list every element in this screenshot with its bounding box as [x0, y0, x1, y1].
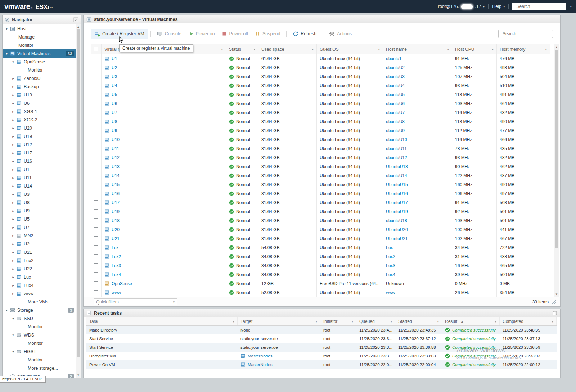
- vm-name-link[interactable]: U21: [112, 236, 120, 241]
- nav-item-u12[interactable]: ▸U12: [3, 140, 76, 149]
- vm-name-link[interactable]: U1: [112, 56, 117, 61]
- nav-item-opnsense[interactable]: ▾OpnSense: [3, 58, 76, 66]
- expand-arrow-icon[interactable]: ▸: [11, 234, 15, 238]
- scroll-up-icon[interactable]: ▲: [554, 44, 559, 50]
- row-checkbox[interactable]: [94, 218, 98, 223]
- row-checkbox[interactable]: [94, 75, 98, 79]
- row-checkbox[interactable]: [94, 200, 98, 205]
- host-name-link[interactable]: ubuntu1: [386, 56, 401, 61]
- task-column-header-completed[interactable]: Completed▾: [500, 317, 557, 325]
- nav-item-u21[interactable]: ▸U21: [3, 248, 76, 256]
- nav-item-u8[interactable]: ▸U8: [3, 198, 76, 207]
- filter-chevron-icon[interactable]: ▾: [378, 48, 380, 51]
- nav-item-monitor[interactable]: Monitor: [3, 66, 76, 74]
- expand-arrow-icon[interactable]: ▸: [11, 118, 15, 122]
- nav-item-storage[interactable]: ▾Storage3: [3, 306, 76, 314]
- vm-search-input[interactable]: [503, 31, 558, 36]
- task-column-header-started[interactable]: Started▾: [395, 317, 442, 325]
- filter-chevron-icon[interactable]: ▾: [351, 320, 353, 323]
- expand-arrow-icon[interactable]: ▸: [11, 184, 15, 188]
- expand-arrow-icon[interactable]: ▸: [11, 176, 15, 180]
- nav-item-hgst[interactable]: ▾HGST: [3, 347, 76, 356]
- filter-chevron-icon[interactable]: ▾: [545, 48, 547, 51]
- vm-search-box[interactable]: [498, 30, 553, 38]
- scrollbar-thumb[interactable]: [555, 50, 558, 248]
- actions-button[interactable]: Actions: [325, 29, 355, 39]
- maximize-panel-icon[interactable]: [552, 311, 557, 316]
- collapse-arrow-icon[interactable]: ▾: [11, 317, 15, 320]
- expand-arrow-icon[interactable]: ▸: [11, 275, 15, 279]
- row-checkbox[interactable]: [94, 281, 98, 286]
- filter-chevron-icon[interactable]: ▾: [221, 48, 223, 51]
- filter-chevron-icon[interactable]: ▾: [447, 48, 449, 51]
- vm-name-link[interactable]: Lux2: [112, 254, 121, 259]
- expand-arrow-icon[interactable]: ▸: [11, 267, 15, 271]
- collapse-arrow-icon[interactable]: ▾: [5, 308, 9, 312]
- panel-pin-icon[interactable]: [73, 17, 78, 22]
- expand-arrow-icon[interactable]: ▸: [11, 217, 15, 221]
- host-name-link[interactable]: ubuntuU18: [386, 218, 407, 223]
- nav-item-lux[interactable]: ▸Lux: [3, 273, 76, 281]
- vm-name-link[interactable]: U15: [112, 182, 120, 187]
- task-target-link[interactable]: MasterNodes: [248, 362, 272, 367]
- filter-chevron-icon[interactable]: ▾: [492, 48, 494, 51]
- filter-chevron-icon[interactable]: ▾: [390, 320, 392, 323]
- sidebar-scrollbar[interactable]: ▲ ▼: [76, 24, 81, 378]
- row-checkbox[interactable]: [94, 245, 98, 250]
- nav-item-u13[interactable]: ▸U13: [3, 91, 76, 99]
- expand-arrow-icon[interactable]: ▸: [11, 193, 15, 196]
- row-checkbox[interactable]: [94, 183, 98, 187]
- collapse-arrow-icon[interactable]: ▾: [11, 60, 15, 64]
- vm-name-link[interactable]: U12: [112, 155, 120, 160]
- select-all-checkbox[interactable]: [94, 47, 98, 51]
- expand-arrow-icon[interactable]: ▸: [11, 77, 15, 80]
- row-checkbox[interactable]: [94, 111, 98, 115]
- vm-name-link[interactable]: U5: [112, 92, 117, 97]
- user-menu[interactable]: root@176..17 ▾: [438, 4, 485, 9]
- host-name-link[interactable]: ubuntuU7: [386, 110, 405, 115]
- host-name-link[interactable]: ubuntuU12: [386, 155, 407, 160]
- task-column-header-initiator[interactable]: Initiator▾: [320, 317, 356, 325]
- filter-chevron-icon[interactable]: ▾: [437, 320, 439, 323]
- expand-arrow-icon[interactable]: ▸: [11, 143, 15, 147]
- nav-item-zabbixu[interactable]: ▸ZabbixU: [3, 74, 76, 82]
- nav-item-more-storage[interactable]: More storage...: [3, 364, 76, 372]
- vm-name-link[interactable]: U11: [112, 146, 119, 151]
- global-search-box[interactable]: [512, 3, 566, 10]
- host-name-link[interactable]: ubuntuU11: [386, 146, 407, 151]
- global-search-input[interactable]: [516, 4, 572, 9]
- nav-item-virtual-machines[interactable]: ▾Virtual Machines33: [3, 49, 76, 58]
- filter-chevron-icon[interactable]: ▾: [233, 320, 234, 323]
- expand-arrow-icon[interactable]: ▸: [11, 292, 15, 296]
- filter-chevron-icon[interactable]: ▾: [312, 48, 314, 51]
- row-checkbox[interactable]: [94, 156, 98, 160]
- refresh-button[interactable]: Refresh: [289, 29, 320, 39]
- nav-item-monitor[interactable]: Monitor: [3, 356, 76, 364]
- row-checkbox[interactable]: [94, 129, 98, 133]
- task-column-header-queued[interactable]: Queued▾: [356, 317, 395, 325]
- nav-item-monitor[interactable]: Monitor: [3, 41, 76, 49]
- host-name-link[interactable]: Lux3: [386, 263, 395, 268]
- task-column-header-task[interactable]: Task▾: [86, 317, 238, 325]
- nav-item-u17[interactable]: ▸U17: [3, 149, 76, 157]
- filter-chevron-icon[interactable]: ▾: [495, 320, 496, 323]
- row-checkbox[interactable]: [94, 138, 98, 142]
- expand-arrow-icon[interactable]: ▸: [11, 209, 15, 213]
- nav-item-more-vms[interactable]: More VMs...: [3, 298, 76, 306]
- vm-name-link[interactable]: U10: [112, 137, 120, 142]
- nav-item-u19[interactable]: ▸U19: [3, 132, 76, 140]
- host-name-link[interactable]: Lux: [386, 245, 393, 250]
- vm-name-link[interactable]: OpnSense: [112, 281, 132, 286]
- collapse-arrow-icon[interactable]: ▾: [5, 52, 9, 55]
- column-header-host-name[interactable]: Host name▾: [383, 44, 452, 54]
- row-checkbox[interactable]: [94, 120, 98, 124]
- expand-arrow-icon[interactable]: ▸: [11, 259, 15, 262]
- vm-name-link[interactable]: www: [112, 290, 121, 295]
- expand-arrow-icon[interactable]: ▸: [11, 93, 15, 97]
- help-menu[interactable]: Help ▾: [492, 4, 505, 9]
- column-header-used-space[interactable]: Used space▾: [258, 44, 317, 54]
- row-checkbox[interactable]: [94, 254, 98, 259]
- nav-item-monitor[interactable]: Monitor: [3, 323, 76, 331]
- nav-item-xgs-1[interactable]: ▸XGS-1: [3, 107, 76, 116]
- expand-arrow-icon[interactable]: ▸: [11, 226, 15, 229]
